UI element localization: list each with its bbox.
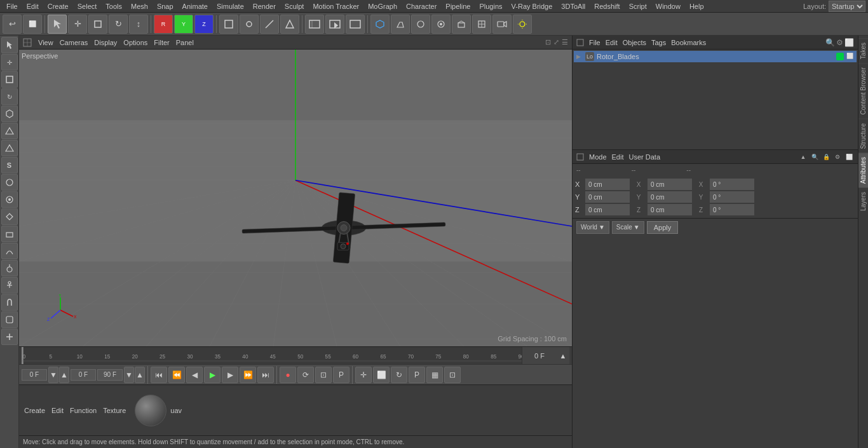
viewport-expand-btn[interactable]: ⊡: [545, 38, 551, 46]
attr-edit-menu[interactable]: Edit: [612, 153, 624, 161]
sidebar-s-btn[interactable]: S: [1, 157, 18, 173]
menu-render[interactable]: Render: [249, 2, 280, 11]
prev-frame-btn[interactable]: ⏪: [168, 367, 185, 383]
frame-end-down-btn[interactable]: ▼: [124, 367, 134, 383]
tab-takes[interactable]: Takes: [858, 38, 868, 63]
menu-sculpt[interactable]: Sculpt: [281, 2, 308, 11]
pos-x-input[interactable]: [585, 179, 630, 190]
frame-range-end[interactable]: [97, 369, 123, 381]
menu-mesh[interactable]: Mesh: [127, 2, 152, 11]
objects-objects-menu[interactable]: Objects: [623, 39, 646, 46]
obj-settings-btn[interactable]: ⚙: [836, 38, 843, 47]
next-frame-btn[interactable]: ⏩: [240, 367, 256, 383]
timeline-toggle-btn[interactable]: ⊡: [444, 367, 461, 383]
menu-create[interactable]: Create: [44, 2, 72, 11]
create-menu[interactable]: Create: [22, 407, 48, 414]
objects-file-menu[interactable]: File: [589, 39, 600, 46]
viewport[interactable]: X Y Z: [19, 50, 572, 346]
viewport-fullscreen-btn[interactable]: ⤢: [553, 38, 559, 46]
viewport-menu-view[interactable]: View: [38, 39, 53, 46]
sidebar-deform-btn[interactable]: [1, 174, 18, 191]
auto-key-btn[interactable]: ⊡: [315, 367, 332, 383]
menu-vray[interactable]: V-Ray Bridge: [508, 2, 557, 11]
sidebar-move-btn[interactable]: ✛: [1, 54, 18, 71]
obj-expand-btn[interactable]: ⬜: [844, 38, 854, 47]
attr-icon3[interactable]: 🔒: [821, 152, 831, 162]
frame-up-btn[interactable]: ▲: [59, 367, 69, 383]
tab-structure[interactable]: Structure: [858, 119, 868, 153]
sidebar-scene-btn[interactable]: [1, 191, 18, 208]
menu-motion-tracker[interactable]: Motion Tracker: [309, 2, 363, 11]
grid-btn[interactable]: [472, 15, 491, 34]
undo-button[interactable]: ↩: [3, 15, 22, 34]
menu-redshift[interactable]: Redshift: [590, 2, 623, 11]
plane-btn[interactable]: [452, 15, 471, 34]
sidebar-rotate-btn[interactable]: ↻: [1, 88, 18, 105]
viewport-menu-panel[interactable]: Panel: [176, 39, 194, 46]
sidebar-pose-btn[interactable]: [1, 277, 18, 294]
sculpt-btn[interactable]: [411, 15, 430, 34]
points-mode-btn[interactable]: [240, 15, 259, 34]
motion-path-btn[interactable]: P: [333, 367, 349, 383]
viewport-menu-cameras[interactable]: Cameras: [60, 39, 88, 46]
sidebar-scale-btn[interactable]: [1, 71, 18, 88]
menu-character[interactable]: Character: [402, 2, 440, 11]
light-btn[interactable]: [513, 15, 532, 34]
sidebar-magnet-btn[interactable]: [1, 294, 18, 311]
attr-icon4[interactable]: ⚙: [832, 152, 843, 162]
object-mode-btn[interactable]: [219, 15, 238, 34]
attr-user-data-menu[interactable]: User Data: [629, 153, 661, 161]
sidebar-hex-btn[interactable]: [1, 105, 18, 122]
x-axis-btn[interactable]: R: [154, 15, 173, 34]
sidebar-object-btn[interactable]: [1, 226, 18, 242]
tab-layers[interactable]: Layers: [858, 187, 868, 215]
pen-btn[interactable]: [391, 15, 410, 34]
tab-attributes[interactable]: Attributes: [858, 153, 868, 187]
sidebar-extra2-btn[interactable]: [1, 329, 18, 345]
menu-script[interactable]: Script: [625, 2, 651, 11]
rot-y-input[interactable]: [648, 191, 692, 203]
scale-z-input[interactable]: [710, 204, 754, 215]
y-axis-btn[interactable]: Y: [174, 15, 193, 34]
texture-menu[interactable]: Texture: [100, 407, 128, 414]
render-region-btn[interactable]: [305, 15, 324, 34]
layout-select[interactable]: Startup: [829, 1, 865, 12]
viewport-menu-options[interactable]: Options: [123, 39, 147, 46]
attr-icon2[interactable]: 🔍: [810, 152, 820, 162]
scale-tool[interactable]: [88, 15, 107, 34]
menu-select[interactable]: Select: [74, 2, 101, 11]
viewport-menu-display[interactable]: Display: [94, 39, 117, 46]
sidebar-select-btn[interactable]: [1, 37, 18, 53]
play-btn[interactable]: ▶: [204, 367, 220, 383]
rot-x-input[interactable]: [648, 179, 692, 190]
transform-tool[interactable]: ↕: [129, 15, 148, 34]
sidebar-extra-btn[interactable]: [1, 311, 18, 328]
menu-tools[interactable]: Tools: [102, 2, 126, 11]
render-btn[interactable]: [346, 15, 365, 34]
menu-mograph[interactable]: MoGraph: [364, 2, 401, 11]
object-row-rotor[interactable]: ▶ Lo Rotor_Blades ⬜: [574, 51, 857, 62]
scale-tool2[interactable]: ⬜: [373, 367, 390, 383]
menu-pipeline[interactable]: Pipeline: [442, 2, 474, 11]
sidebar-paint-btn[interactable]: [1, 260, 18, 276]
viewport-settings-btn[interactable]: ☰: [562, 38, 568, 46]
edge-mode-btn[interactable]: [260, 15, 279, 34]
camera-btn[interactable]: [492, 15, 512, 34]
menu-file[interactable]: File: [3, 2, 22, 11]
select-tool[interactable]: [48, 15, 67, 34]
attr-icon5[interactable]: ⬜: [844, 152, 854, 162]
next-step-btn[interactable]: ▶: [222, 367, 238, 383]
frame-range-start[interactable]: [71, 369, 96, 381]
frame-end-up-btn[interactable]: ▲: [135, 367, 145, 383]
object-color-swatch[interactable]: [836, 53, 844, 60]
scale-dropdown[interactable]: Scale ▼: [612, 221, 644, 234]
sidebar-spline-btn[interactable]: [1, 140, 18, 156]
function-menu[interactable]: Function: [67, 407, 99, 414]
menu-edit[interactable]: Edit: [23, 2, 43, 11]
frame-counter[interactable]: 0 F: [522, 347, 557, 365]
z-axis-btn[interactable]: Z: [194, 15, 214, 34]
frame-down-btn[interactable]: ▼: [48, 367, 58, 383]
sidebar-sketch-btn[interactable]: [1, 243, 18, 259]
rotate-tool2[interactable]: ↻: [391, 367, 407, 383]
prev-step-btn[interactable]: ◀: [186, 367, 203, 383]
